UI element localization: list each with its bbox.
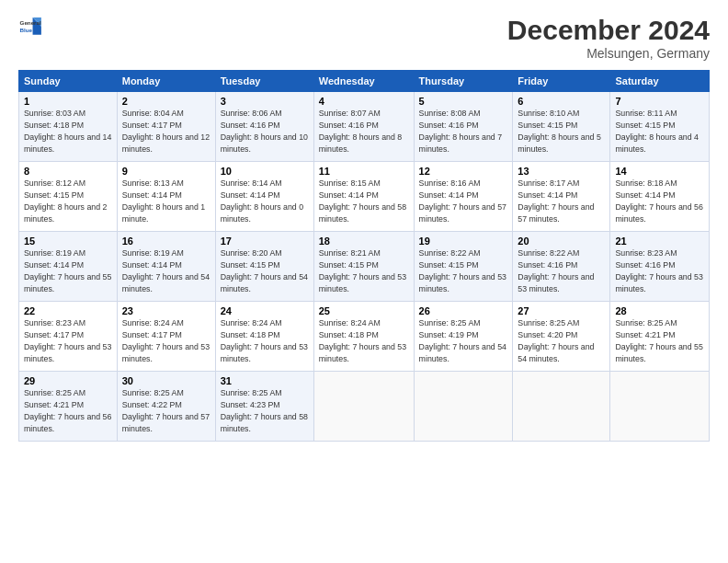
logo-icon: General Blue <box>18 15 44 40</box>
col-monday: Monday <box>117 71 215 92</box>
day-number: 5 <box>419 96 508 107</box>
day-detail: Sunrise: 8:22 AMSunset: 4:16 PMDaylight:… <box>518 248 594 293</box>
day-detail: Sunrise: 8:14 AMSunset: 4:14 PMDaylight:… <box>221 178 303 224</box>
day-number: 31 <box>221 375 309 386</box>
day-number: 23 <box>122 305 210 316</box>
table-row: 11 Sunrise: 8:15 AMSunset: 4:14 PMDaylig… <box>313 162 414 232</box>
header: General Blue December 2024 Melsungen, Ge… <box>18 15 710 61</box>
day-detail: Sunrise: 8:12 AMSunset: 4:15 PMDaylight:… <box>24 178 107 224</box>
day-number: 30 <box>122 375 210 386</box>
day-detail: Sunrise: 8:25 AMSunset: 4:20 PMDaylight:… <box>518 318 594 363</box>
day-detail: Sunrise: 8:23 AMSunset: 4:17 PMDaylight:… <box>24 318 111 363</box>
col-wednesday: Wednesday <box>313 71 414 92</box>
day-number: 2 <box>122 96 210 107</box>
day-number: 12 <box>419 166 508 177</box>
col-tuesday: Tuesday <box>215 71 313 92</box>
day-detail: Sunrise: 8:03 AMSunset: 4:18 PMDaylight:… <box>24 109 111 154</box>
day-detail: Sunrise: 8:20 AMSunset: 4:15 PMDaylight:… <box>221 248 308 293</box>
main-title: December 2024 <box>507 15 710 46</box>
day-number: 7 <box>615 96 704 107</box>
day-detail: Sunrise: 8:16 AMSunset: 4:14 PMDaylight:… <box>419 178 506 224</box>
day-detail: Sunrise: 8:25 AMSunset: 4:19 PMDaylight:… <box>419 318 506 363</box>
logo: General Blue <box>18 15 44 40</box>
day-detail: Sunrise: 8:18 AMSunset: 4:14 PMDaylight:… <box>615 178 702 224</box>
calendar: Sunday Monday Tuesday Wednesday Thursday… <box>18 70 710 442</box>
day-detail: Sunrise: 8:21 AMSunset: 4:15 PMDaylight:… <box>319 248 406 293</box>
day-detail: Sunrise: 8:24 AMSunset: 4:18 PMDaylight:… <box>221 318 308 363</box>
day-detail: Sunrise: 8:06 AMSunset: 4:16 PMDaylight:… <box>221 109 308 154</box>
calendar-header-row: Sunday Monday Tuesday Wednesday Thursday… <box>19 71 710 92</box>
day-number: 18 <box>319 236 409 247</box>
table-row <box>414 372 513 442</box>
day-number: 26 <box>419 305 508 316</box>
table-row: 7 Sunrise: 8:11 AMSunset: 4:15 PMDayligh… <box>610 92 710 162</box>
table-row: 28 Sunrise: 8:25 AMSunset: 4:21 PMDaylig… <box>610 302 710 372</box>
svg-text:General: General <box>20 19 41 26</box>
col-saturday: Saturday <box>610 71 710 92</box>
day-number: 25 <box>319 305 409 316</box>
table-row <box>610 372 710 442</box>
table-row: 26 Sunrise: 8:25 AMSunset: 4:19 PMDaylig… <box>414 302 513 372</box>
table-row: 4 Sunrise: 8:07 AMSunset: 4:16 PMDayligh… <box>313 92 414 162</box>
day-number: 28 <box>615 305 704 316</box>
table-row: 9 Sunrise: 8:13 AMSunset: 4:14 PMDayligh… <box>117 162 215 232</box>
col-sunday: Sunday <box>19 71 118 92</box>
table-row: 31 Sunrise: 8:25 AMSunset: 4:23 PMDaylig… <box>215 372 313 442</box>
calendar-week-row: 8 Sunrise: 8:12 AMSunset: 4:15 PMDayligh… <box>19 162 710 232</box>
table-row: 24 Sunrise: 8:24 AMSunset: 4:18 PMDaylig… <box>215 302 313 372</box>
day-number: 19 <box>419 236 508 247</box>
day-number: 21 <box>615 236 704 247</box>
day-number: 22 <box>24 305 112 316</box>
day-detail: Sunrise: 8:25 AMSunset: 4:21 PMDaylight:… <box>24 388 111 433</box>
day-detail: Sunrise: 8:24 AMSunset: 4:17 PMDaylight:… <box>122 318 210 363</box>
table-row: 3 Sunrise: 8:06 AMSunset: 4:16 PMDayligh… <box>215 92 313 162</box>
calendar-week-row: 15 Sunrise: 8:19 AMSunset: 4:14 PMDaylig… <box>19 232 710 302</box>
table-row: 6 Sunrise: 8:10 AMSunset: 4:15 PMDayligh… <box>513 92 610 162</box>
day-number: 3 <box>221 96 309 107</box>
day-detail: Sunrise: 8:25 AMSunset: 4:21 PMDaylight:… <box>615 318 702 363</box>
day-detail: Sunrise: 8:23 AMSunset: 4:16 PMDaylight:… <box>615 248 702 293</box>
table-row <box>513 372 610 442</box>
table-row: 8 Sunrise: 8:12 AMSunset: 4:15 PMDayligh… <box>19 162 118 232</box>
table-row: 17 Sunrise: 8:20 AMSunset: 4:15 PMDaylig… <box>215 232 313 302</box>
table-row: 22 Sunrise: 8:23 AMSunset: 4:17 PMDaylig… <box>19 302 118 372</box>
day-detail: Sunrise: 8:22 AMSunset: 4:15 PMDaylight:… <box>419 248 506 293</box>
day-number: 13 <box>518 166 605 177</box>
day-detail: Sunrise: 8:19 AMSunset: 4:14 PMDaylight:… <box>122 248 210 293</box>
table-row: 29 Sunrise: 8:25 AMSunset: 4:21 PMDaylig… <box>19 372 118 442</box>
day-number: 6 <box>518 96 605 107</box>
day-number: 16 <box>122 236 210 247</box>
day-number: 9 <box>122 166 210 177</box>
col-thursday: Thursday <box>414 71 513 92</box>
page: General Blue December 2024 Melsungen, Ge… <box>0 0 728 563</box>
table-row: 12 Sunrise: 8:16 AMSunset: 4:14 PMDaylig… <box>414 162 513 232</box>
day-detail: Sunrise: 8:24 AMSunset: 4:18 PMDaylight:… <box>319 318 406 363</box>
table-row: 23 Sunrise: 8:24 AMSunset: 4:17 PMDaylig… <box>117 302 215 372</box>
table-row <box>313 372 414 442</box>
day-detail: Sunrise: 8:19 AMSunset: 4:14 PMDaylight:… <box>24 248 111 293</box>
table-row: 15 Sunrise: 8:19 AMSunset: 4:14 PMDaylig… <box>19 232 118 302</box>
table-row: 16 Sunrise: 8:19 AMSunset: 4:14 PMDaylig… <box>117 232 215 302</box>
svg-text:Blue: Blue <box>20 27 33 33</box>
day-detail: Sunrise: 8:15 AMSunset: 4:14 PMDaylight:… <box>319 178 406 224</box>
day-detail: Sunrise: 8:10 AMSunset: 4:15 PMDaylight:… <box>518 109 600 154</box>
table-row: 18 Sunrise: 8:21 AMSunset: 4:15 PMDaylig… <box>313 232 414 302</box>
day-number: 4 <box>319 96 409 107</box>
subtitle: Melsungen, Germany <box>507 46 710 61</box>
table-row: 27 Sunrise: 8:25 AMSunset: 4:20 PMDaylig… <box>513 302 610 372</box>
day-detail: Sunrise: 8:17 AMSunset: 4:14 PMDaylight:… <box>518 178 594 224</box>
table-row: 13 Sunrise: 8:17 AMSunset: 4:14 PMDaylig… <box>513 162 610 232</box>
table-row: 30 Sunrise: 8:25 AMSunset: 4:22 PMDaylig… <box>117 372 215 442</box>
day-number: 20 <box>518 236 605 247</box>
day-number: 17 <box>221 236 309 247</box>
table-row: 1 Sunrise: 8:03 AMSunset: 4:18 PMDayligh… <box>19 92 118 162</box>
day-number: 8 <box>24 166 112 177</box>
day-detail: Sunrise: 8:13 AMSunset: 4:14 PMDaylight:… <box>122 178 205 224</box>
day-detail: Sunrise: 8:25 AMSunset: 4:22 PMDaylight:… <box>122 388 210 433</box>
calendar-week-row: 22 Sunrise: 8:23 AMSunset: 4:17 PMDaylig… <box>19 302 710 372</box>
table-row: 21 Sunrise: 8:23 AMSunset: 4:16 PMDaylig… <box>610 232 710 302</box>
table-row: 20 Sunrise: 8:22 AMSunset: 4:16 PMDaylig… <box>513 232 610 302</box>
day-detail: Sunrise: 8:08 AMSunset: 4:16 PMDaylight:… <box>419 109 502 154</box>
day-number: 11 <box>319 166 409 177</box>
calendar-week-row: 1 Sunrise: 8:03 AMSunset: 4:18 PMDayligh… <box>19 92 710 162</box>
